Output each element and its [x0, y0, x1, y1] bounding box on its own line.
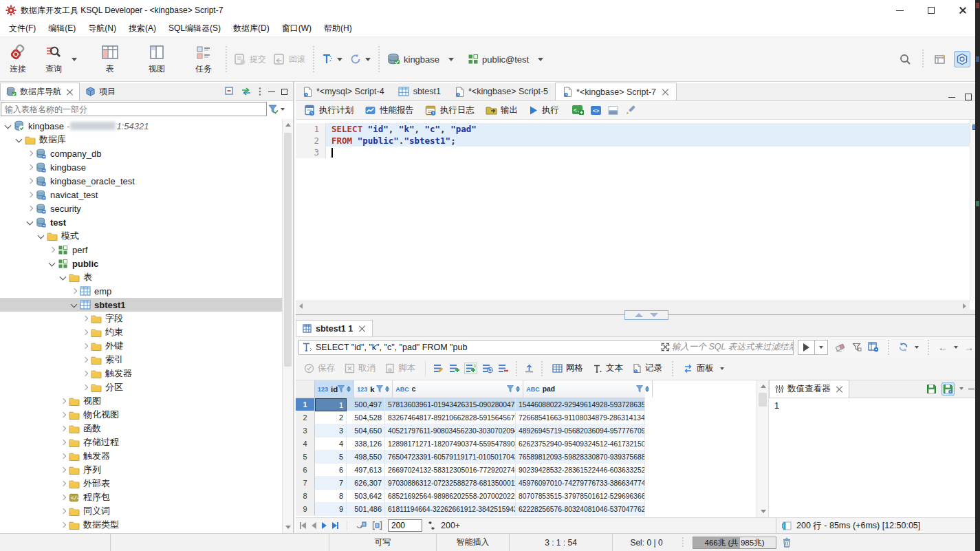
search-icon[interactable] — [899, 53, 911, 65]
cell-pad[interactable]: 62228256576-80324081046-53704776288-5111… — [516, 503, 645, 516]
expander-closed-icon[interactable] — [58, 506, 69, 517]
cell-id[interactable]: 1 — [315, 398, 347, 411]
grid-scrollbar[interactable] — [756, 380, 769, 517]
table-row[interactable]: 11500,49757813603961-01943426315-0902800… — [296, 398, 645, 411]
editor-hscrollbar[interactable] — [296, 301, 970, 310]
performance-report-button[interactable]: 性能报告 — [360, 103, 418, 118]
row-number[interactable]: 8 — [296, 490, 315, 503]
nav-back-icon[interactable]: ← — [938, 343, 948, 352]
cell-id[interactable]: 5 — [315, 451, 347, 464]
cell-pad[interactable]: 90239428532-28361522446-60363325213-2469… — [516, 464, 645, 477]
tree-item-外键[interactable]: 外键 — [0, 339, 282, 353]
expander-closed-icon[interactable] — [80, 382, 91, 393]
code-line-1[interactable]: 1SELECT "id", "k", "c", "pad" — [296, 123, 980, 135]
transaction-mode-button[interactable] — [318, 53, 346, 65]
nav-forward-icon[interactable]: → — [964, 343, 974, 352]
cell-c[interactable]: 97030886312-07232588278-68135000113-7492… — [385, 477, 516, 490]
tree-item-navicat_test[interactable]: navicat_test — [0, 188, 282, 202]
editor-tab-*<kingbase> Script-5[interactable]: *<kingbase> Script-5 — [448, 83, 555, 100]
editor-maximize-icon[interactable] — [965, 94, 972, 100]
cell-pad[interactable]: 76589812093-59828330870-93937568812-3671… — [516, 451, 645, 464]
tree-scrollbar[interactable] — [282, 119, 293, 533]
column-sort-icon[interactable] — [347, 386, 351, 392]
column-header-id[interactable]: 123id — [315, 380, 354, 398]
fetch-all-icon[interactable] — [372, 521, 382, 530]
expander-closed-icon[interactable] — [58, 409, 69, 420]
menu-item-编辑(E)[interactable]: 编辑(E) — [42, 21, 82, 36]
tree-item-索引[interactable]: 索引 — [0, 353, 282, 367]
expander-closed-icon[interactable] — [25, 162, 36, 173]
table-row[interactable]: 66497,61326697024132-58312305016-7729202… — [296, 464, 645, 477]
tree-item-程序包[interactable]: </>程序包 — [0, 490, 282, 504]
cell-pad[interactable]: 45976097010-74279776733-38663477452-3685… — [516, 477, 645, 490]
filter-caret[interactable] — [281, 108, 285, 111]
value-viewer-close-icon[interactable] — [836, 386, 843, 393]
menu-item-搜索(A)[interactable]: 搜索(A) — [122, 21, 162, 36]
filter-funnel-icon[interactable] — [268, 105, 279, 114]
tree-item-public[interactable]: public — [0, 257, 282, 270]
expander-closed-icon[interactable] — [80, 313, 91, 324]
cell-k[interactable]: 503,642 — [347, 490, 385, 503]
commit-button[interactable]: 提交 — [230, 53, 270, 65]
tab-database-navigator[interactable]: 数据库导航 — [0, 83, 80, 100]
tree-item-security[interactable]: security — [0, 202, 282, 215]
cell-pad[interactable]: 62623752940-95409324512-46173215054-6804… — [516, 437, 645, 451]
column-sort-icon[interactable] — [516, 386, 520, 392]
connect-button[interactable]: 连接 — [0, 39, 36, 79]
tree-item-sbtest1[interactable]: sbtest1 — [0, 298, 282, 312]
transaction-caret[interactable] — [337, 58, 342, 61]
splitter-collapse-control[interactable] — [624, 310, 668, 320]
tree-item-物化视图[interactable]: 物化视图 — [0, 408, 282, 422]
row-number[interactable]: 2 — [296, 411, 315, 424]
grid-scroll-thumb[interactable] — [759, 393, 767, 407]
scroll-up-icon[interactable] — [285, 123, 291, 127]
export-icon[interactable] — [524, 363, 534, 374]
expander-closed-icon[interactable] — [58, 396, 69, 407]
query-button[interactable]: 查询 — [36, 39, 72, 79]
column-filter-icon[interactable] — [636, 385, 643, 393]
close-button[interactable] — [947, 0, 979, 21]
scroll-thumb[interactable] — [284, 133, 292, 367]
results-filter-input[interactable]: SELECT "id", "k", "c", "pad" FROM "pub 输… — [298, 340, 794, 355]
text-view-button[interactable]: 文本 — [590, 361, 626, 376]
execution-plan-button[interactable]: 执行计划 — [300, 103, 358, 118]
cell-k[interactable]: 504,650 — [347, 424, 385, 437]
tree-item-同义词[interactable]: 同义词 — [0, 504, 282, 518]
expander-closed-icon[interactable] — [25, 175, 36, 186]
cell-k[interactable]: 504,528 — [347, 411, 385, 424]
cell-c[interactable]: 26697024132-58312305016-77292027451-8590… — [385, 464, 516, 477]
new-sql-icon[interactable]: <. — [571, 105, 585, 116]
column-sort-icon[interactable] — [385, 386, 389, 392]
expander-closed-icon[interactable] — [58, 423, 69, 434]
editor-tab-close-icon[interactable] — [662, 89, 669, 96]
table-row[interactable]: 88503,64268521692564-98986202558-2070020… — [296, 490, 645, 503]
history-caret[interactable] — [365, 58, 371, 61]
table-row[interactable]: 77626,30797030886312-07232588278-6813500… — [296, 477, 645, 490]
results-tab-close-icon[interactable] — [359, 325, 366, 332]
expander-closed-icon[interactable] — [69, 285, 80, 296]
cell-k[interactable]: 497,613 — [347, 464, 385, 477]
refresh-icon[interactable] — [898, 342, 908, 352]
table-row[interactable]: 55498,55076504723391-60579119171-0105017… — [296, 451, 645, 464]
save-value-auto-icon[interactable] — [941, 382, 955, 396]
expander-closed-icon[interactable] — [25, 148, 36, 159]
expander-open-icon[interactable] — [58, 272, 69, 283]
add-rows-icon[interactable]: 3 — [464, 363, 477, 374]
cell-c[interactable]: 61811194664-32262661912-38425159439-3891… — [385, 503, 516, 516]
database-selector-caret[interactable] — [448, 58, 454, 61]
column-sort-icon[interactable] — [645, 386, 649, 392]
cell-c[interactable]: 76504723391-60579119171-01050170432-4865… — [385, 451, 516, 464]
column-filter-icon[interactable] — [376, 385, 383, 393]
collapse-all-icon[interactable] — [225, 87, 235, 96]
view-button[interactable]: 视图 — [139, 39, 175, 79]
tree-item-触发器[interactable]: 触发器 — [0, 367, 282, 380]
duplicate-row-icon[interactable] — [481, 363, 493, 374]
expander-open-icon[interactable] — [69, 299, 80, 310]
cell-id[interactable]: 7 — [315, 477, 347, 490]
editor-tab-*<mysql> Script-4[interactable]: *<mysql> Script-4 — [296, 83, 391, 100]
row-number[interactable]: 9 — [296, 503, 315, 516]
row-number[interactable]: 3 — [296, 424, 315, 437]
expander-open-icon[interactable] — [14, 134, 25, 145]
view-menu-icon[interactable] — [258, 87, 262, 96]
tree-filter-input[interactable] — [1, 105, 266, 114]
